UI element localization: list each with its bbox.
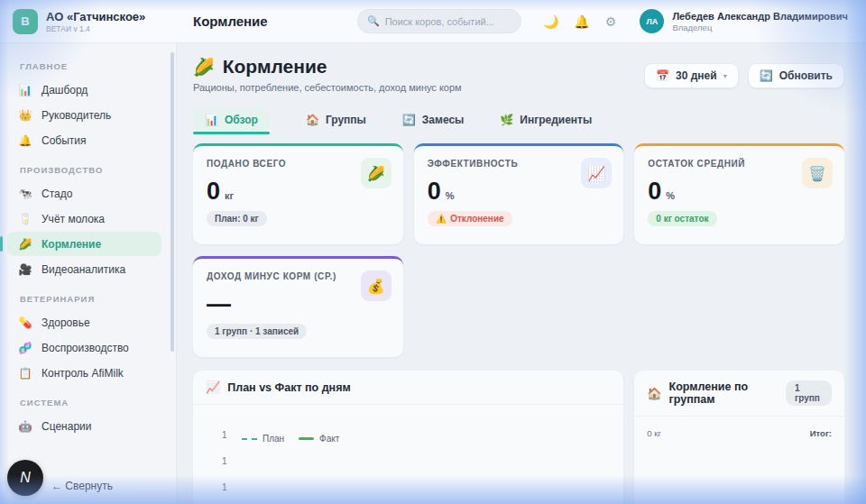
bar-chart-icon: 📊 xyxy=(205,114,218,126)
user-name: Лебедев Александр Владимирович xyxy=(672,11,848,22)
y-axis-tick: 1 xyxy=(222,482,227,492)
page-header-text: 🌽 Кормление Рационы, потребление, себест… xyxy=(193,56,462,93)
stat-unit: % xyxy=(666,190,675,201)
brand: В АО «Гатчинское» ВЕТАИ v 1.4 xyxy=(0,9,177,34)
tab-label: Группы xyxy=(326,114,366,126)
period-select-button[interactable]: 📅 30 дней ▾ xyxy=(644,63,739,88)
sidebar-item-feeding[interactable]: 🌽 Кормление xyxy=(7,232,161,256)
calendar-icon: 📅 xyxy=(656,69,669,82)
bottom-panels: 📈 План vs Факт по дням 1 1 1 План Факт xyxy=(193,371,844,504)
house-icon: 🏠 xyxy=(647,387,661,400)
refresh-icon: 🔄 xyxy=(760,69,773,82)
sidebar-item-events[interactable]: 🔔 События xyxy=(7,128,161,152)
corn-icon: 🌽 xyxy=(18,238,32,251)
groups-records-badge: 1 групп · 1 записей xyxy=(207,324,307,339)
floating-n-button[interactable]: N xyxy=(7,460,43,496)
tab-ingredients[interactable]: 🌿 Ингредиенты xyxy=(500,114,592,126)
groups-body: 0 кг Итог: xyxy=(634,417,844,450)
period-label: 30 дней xyxy=(676,69,717,82)
page-subtitle: Рационы, потребление, себестоимость, дох… xyxy=(193,82,462,93)
org-name: АО «Гатчинское» xyxy=(46,10,145,23)
y-axis-tick: 1 xyxy=(222,456,227,466)
sidebar: ГЛАВНОЕ 📊 Дашборд 👑 Руководитель 🔔 Событ… xyxy=(0,43,177,504)
sidebar-item-label: Стадо xyxy=(41,188,72,200)
chart-legend: План Факт xyxy=(242,434,339,444)
sidebar-item-videoanalytics[interactable]: 🎥 Видеоаналитика xyxy=(7,257,161,281)
warning-icon: ⚠️ xyxy=(436,214,447,224)
pill-icon: 💊 xyxy=(18,316,32,329)
stat-value: 0 xyxy=(648,179,661,204)
main-content: 🌽 Кормление Рационы, потребление, себест… xyxy=(177,43,866,504)
topbar-icons: 🌙 🔔 ⚙ xyxy=(543,15,617,28)
corn-icon: 🌽 xyxy=(361,158,392,188)
tab-overview[interactable]: 📊 Обзор xyxy=(193,109,270,131)
stat-unit: % xyxy=(446,190,455,201)
sidebar-section-system: СИСТЕМА xyxy=(20,398,176,408)
groups-count-badge: 1 групп xyxy=(786,380,832,406)
legend-item-plan: План xyxy=(242,434,284,444)
dna-icon: 🧬 xyxy=(18,342,32,354)
panel-title: План vs Факт по дням xyxy=(227,381,350,394)
stat-cards-row: ПОДАНО ВСЕГО 🌽 0 кг План: 0 кг ЭФФЕКТИВН… xyxy=(193,143,844,244)
refresh-button[interactable]: 🔄 Обновить xyxy=(748,63,844,88)
sidebar-section-production: ПРОИЗВОДСТВО xyxy=(20,165,176,175)
legend-item-fact: Факт xyxy=(299,434,339,444)
groups-total-label: Итог: xyxy=(810,428,832,438)
panel-header: 🏠 Кормление по группам 1 групп xyxy=(634,371,844,417)
deviation-badge: ⚠️ Отклонение xyxy=(428,211,512,226)
notifications-bell-icon[interactable]: 🔔 xyxy=(574,15,589,28)
sidebar-item-dashboard[interactable]: 📊 Дашборд xyxy=(7,78,161,102)
badge-text: Отклонение xyxy=(450,214,503,224)
stat-value: 0 xyxy=(428,179,441,204)
clipboard-icon: 📋 xyxy=(18,367,32,380)
sidebar-section-main: ГЛАВНОЕ xyxy=(20,61,176,71)
search-box[interactable]: 🔍 xyxy=(357,9,521,33)
tabs-bar: 📊 Обзор 🏠 Группы 🔄 Замесы 🌿 Ингредиенты xyxy=(193,107,844,132)
stat-card-leftover: ОСТАТОК СРЕДНИЙ 🗑️ 0 % 0 кг остаток xyxy=(634,143,844,244)
collapse-sidebar-button[interactable]: ← Свернуть xyxy=(51,480,113,492)
house-icon: 🏠 xyxy=(306,114,319,126)
user-menu[interactable]: ЛА Лебедев Александр Владимирович Владел… xyxy=(640,9,848,33)
video-camera-icon: 🎥 xyxy=(18,263,32,276)
stat-card-efficiency: ЭФФЕКТИВНОСТЬ 📈 0 % ⚠️ Отклонение xyxy=(414,143,624,244)
solid-line-swatch xyxy=(299,437,314,440)
plan-fact-chart: 1 1 1 План Факт xyxy=(193,405,623,504)
groups-left-value: 0 кг xyxy=(647,428,661,438)
user-role: Владелец xyxy=(672,23,848,32)
tab-label: Обзор xyxy=(225,114,258,126)
sidebar-item-manager[interactable]: 👑 Руководитель xyxy=(7,103,161,127)
sidebar-item-label: Воспроизводство xyxy=(41,342,129,354)
page-title-text: Кормление xyxy=(223,56,327,78)
topbar: В АО «Гатчинское» ВЕТАИ v 1.4 Кормление … xyxy=(0,0,866,43)
tab-mixes[interactable]: 🔄 Замесы xyxy=(402,114,465,126)
sidebar-item-milk[interactable]: 🥛 Учёт молока xyxy=(7,206,161,231)
header-actions: 📅 30 дней ▾ 🔄 Обновить xyxy=(644,63,844,88)
milk-icon: 🥛 xyxy=(18,213,32,225)
money-bag-icon: 💰 xyxy=(361,270,392,301)
app-version: ВЕТАИ v 1.4 xyxy=(46,24,145,33)
sidebar-item-label: Кормление xyxy=(41,238,101,251)
robot-icon: 🤖 xyxy=(18,420,32,433)
search-input[interactable] xyxy=(385,16,511,27)
sidebar-item-reproduction[interactable]: 🧬 Воспроизводство xyxy=(7,335,161,360)
user-avatar: ЛА xyxy=(640,9,664,33)
sidebar-scrollbar[interactable] xyxy=(170,52,174,352)
stat-value: 0 xyxy=(207,179,220,204)
search-icon: 🔍 xyxy=(367,16,380,26)
herb-icon: 🌿 xyxy=(500,114,513,126)
stat-unit: кг xyxy=(225,190,234,201)
stat-card-fed-total: ПОДАНО ВСЕГО 🌽 0 кг План: 0 кг xyxy=(193,143,403,244)
bell-icon: 🔔 xyxy=(18,134,32,147)
tab-groups[interactable]: 🏠 Группы xyxy=(306,114,366,126)
settings-gear-icon[interactable]: ⚙ xyxy=(605,15,617,28)
sidebar-item-scenarios[interactable]: 🤖 Сценарии xyxy=(7,414,161,438)
stat-value: — xyxy=(207,292,231,316)
plan-badge: План: 0 кг xyxy=(207,211,267,226)
stat-card-income-minus-feed: ДОХОД МИНУС КОРМ (СР.) 💰 — 1 групп · 1 з… xyxy=(193,256,403,357)
sidebar-item-afimilk[interactable]: 📋 Контроль AfiMilk xyxy=(7,361,161,385)
legend-label: План xyxy=(263,434,284,444)
sidebar-item-health[interactable]: 💊 Здоровье xyxy=(7,310,161,334)
theme-moon-icon[interactable]: 🌙 xyxy=(543,15,558,28)
sidebar-item-label: Сценарии xyxy=(41,420,91,433)
sidebar-item-herd[interactable]: 🐄 Стадо xyxy=(7,181,161,206)
